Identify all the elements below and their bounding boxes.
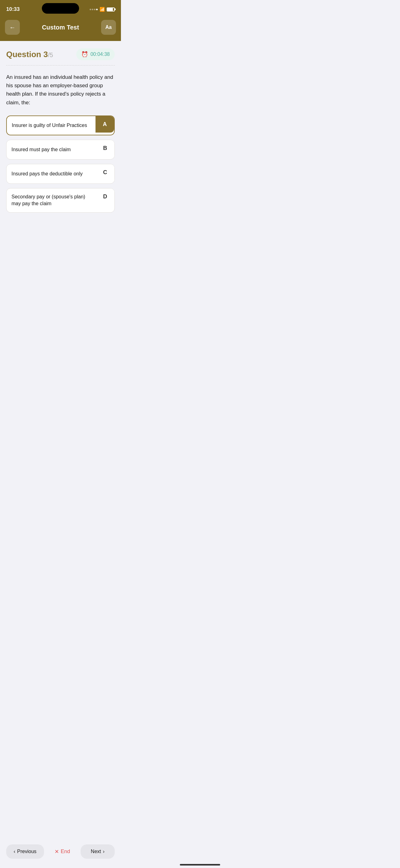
status-icons: 📶	[90, 7, 115, 12]
battery-icon	[107, 7, 115, 11]
timer-icon: ⏰	[81, 51, 88, 58]
option-d[interactable]: Secondary pay or (spouse's plan) may pay…	[6, 188, 115, 213]
back-button[interactable]: ←	[5, 20, 20, 35]
option-d-letter: D	[103, 193, 107, 200]
option-c-text: Insured pays the deductible only	[6, 165, 96, 182]
question-text: An insured has an individual health poli…	[6, 73, 115, 107]
option-d-text: Secondary pay or (spouse's plan) may pay…	[6, 188, 96, 212]
option-b[interactable]: Insured must pay the claim B	[6, 140, 115, 160]
option-c-letter: C	[103, 169, 107, 176]
option-a[interactable]: Insurer is guilty of Unfair Practices A	[6, 116, 115, 135]
question-label-text: Question 3/5	[6, 50, 53, 59]
back-arrow-icon: ←	[9, 24, 15, 31]
section-divider	[6, 65, 115, 65]
option-c[interactable]: Insured pays the deductible only C	[6, 164, 115, 184]
options-container: Insurer is guilty of Unfair Practices A …	[6, 116, 115, 213]
main-content: Question 3/5 ⏰ 00:04:38 An insured has a…	[0, 41, 121, 259]
font-label: Aa	[105, 25, 112, 30]
status-bar: 10:33 📶	[0, 0, 121, 17]
timer-badge: ⏰ 00:04:38	[76, 49, 115, 60]
nav-header: ← Custom Test Aa	[0, 17, 121, 41]
option-a-letter: A	[103, 121, 107, 128]
wifi-icon: 📶	[100, 7, 105, 12]
question-header: Question 3/5 ⏰ 00:04:38	[6, 49, 115, 60]
option-d-letter-box: D	[96, 188, 114, 205]
option-b-letter-box: B	[96, 140, 114, 156]
page-title: Custom Test	[42, 24, 79, 31]
option-a-text: Insurer is guilty of Unfair Practices	[7, 117, 96, 134]
question-label: Question 3/5	[6, 50, 53, 59]
font-size-button[interactable]: Aa	[101, 20, 116, 35]
option-c-letter-box: C	[96, 164, 114, 181]
option-a-letter-box: A	[96, 116, 114, 132]
status-time: 10:33	[6, 6, 20, 12]
option-b-letter: B	[103, 145, 107, 152]
option-b-text: Insured must pay the claim	[6, 141, 96, 158]
signal-icon	[90, 9, 98, 10]
dynamic-island	[42, 3, 79, 14]
timer-text: 00:04:38	[91, 52, 110, 57]
